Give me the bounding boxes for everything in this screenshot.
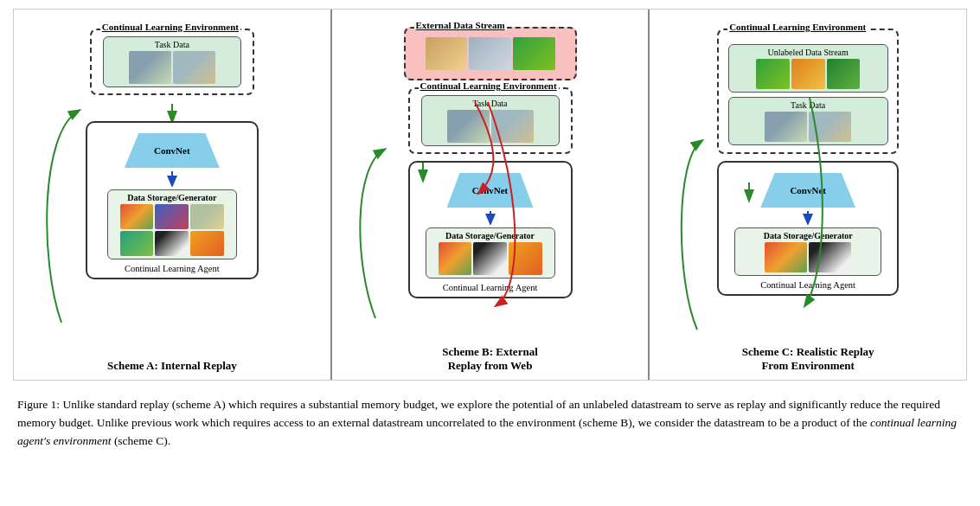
panel-a-wrapper: Continual Learning Environment Task Data xyxy=(22,20,322,355)
scheme-b-line2: Replay from Web xyxy=(448,359,533,372)
agent-box-c: ConvNet Data Storage/Generator xyxy=(717,161,899,296)
scheme-c-line2: From Environment xyxy=(761,359,855,372)
img-s3-a xyxy=(190,204,224,229)
img-bird2-c xyxy=(809,112,851,142)
agent-label-b: Continual Learning Agent xyxy=(443,283,538,292)
storage-label-a: Data Storage/Generator xyxy=(113,193,231,202)
convnet-arrow-b xyxy=(447,211,534,225)
unlabeled-box-c: Unlabeled Data Stream xyxy=(728,44,888,93)
env-label-b: Continual Learning Environment xyxy=(419,80,559,91)
img-fish-c xyxy=(791,59,825,89)
storage-box-a: Data Storage/Generator xyxy=(107,189,237,259)
img-s1-a xyxy=(120,204,154,229)
unlabeled-label-c: Unlabeled Data Stream xyxy=(734,48,882,57)
unlabeled-images-c xyxy=(756,59,860,89)
task-data-a: Task Data xyxy=(103,36,241,87)
storage-images-b xyxy=(439,242,542,275)
storage-box-b: Data Storage/Generator xyxy=(426,227,555,279)
task-data-label-c: Task Data xyxy=(734,100,882,110)
img-frog-b xyxy=(513,37,555,70)
task-images-c xyxy=(765,112,851,142)
caption-text-2: (scheme C). xyxy=(112,434,171,447)
env-box-c: Continual Learning Environment Unlabeled… xyxy=(717,29,899,154)
panel-a: Continual Learning Environment Task Data xyxy=(14,10,330,380)
img-s2-a xyxy=(155,204,189,229)
storage-images-a xyxy=(120,204,224,256)
storage-images-c xyxy=(765,242,851,272)
img-s2-b xyxy=(473,242,507,275)
img-s2-c xyxy=(809,242,851,272)
scheme-label-b: Scheme B: External Replay from Web xyxy=(442,342,537,373)
scheme-c-line1: Scheme C: Realistic Replay xyxy=(742,345,874,358)
figure-caption: Figure 1: Unlike standard replay (scheme… xyxy=(13,389,967,451)
env-box-b: Continual Learning Environment Task Data xyxy=(408,87,573,154)
scheme-label-a: Scheme A: Internal Replay xyxy=(107,355,237,373)
scheme-label-c: Scheme C: Realistic Replay From Environm… xyxy=(742,342,874,373)
panel-c-wrapper: Continual Learning Environment Unlabeled… xyxy=(658,20,958,342)
img-leaves-c xyxy=(827,59,861,89)
task-data-label-b: Task Data xyxy=(427,99,554,108)
convnet-arrow-a xyxy=(120,171,224,187)
external-stream-b: External Data Stream xyxy=(404,27,577,80)
agent-label-a: Continual Learning Agent xyxy=(125,264,220,273)
task-data-b: Task Data xyxy=(421,95,560,146)
img-s1-c xyxy=(765,242,807,272)
img-s1-b xyxy=(439,242,472,275)
convnet-arrow-c xyxy=(760,211,855,225)
convnet-b: ConvNet xyxy=(447,173,534,208)
env-label-a: Continual Learning Environment xyxy=(100,22,240,32)
task-images-b xyxy=(447,110,534,143)
img-s4-a xyxy=(120,231,154,256)
img-street-b xyxy=(469,37,511,70)
agent-box-b: ConvNet Data Storage/Generator xyxy=(408,161,573,298)
panel-b-wrapper: External Data Stream Continual Learning … xyxy=(341,20,640,342)
img-s3-b xyxy=(509,242,542,275)
env-label-c: Continual Learning Environment xyxy=(727,22,868,32)
arrows-a-top xyxy=(86,104,259,121)
storage-label-b: Data Storage/Generator xyxy=(432,231,549,240)
convnet-c: ConvNet xyxy=(760,173,855,208)
img-s5-a xyxy=(155,231,189,256)
scheme-b-line1: Scheme B: External xyxy=(442,345,537,358)
storage-box-c: Data Storage/Generator xyxy=(734,227,881,276)
agent-label-c: Continual Learning Agent xyxy=(760,280,855,290)
img-bird1-c xyxy=(765,112,807,142)
storage-label-c: Data Storage/Generator xyxy=(740,231,875,240)
img-frog-c xyxy=(756,59,790,89)
img-bird2-a xyxy=(173,51,215,84)
img-bird1-a xyxy=(129,51,171,84)
task-data-label-a: Task Data xyxy=(109,40,235,49)
img-bird2-b xyxy=(491,110,534,143)
agent-box-a: ConvNet Data Storage/Generator xyxy=(86,121,259,279)
img-bird1-b xyxy=(447,110,490,143)
img-s6-a xyxy=(190,231,224,256)
main-container: Continual Learning Environment Task Data xyxy=(0,0,980,459)
convnet-a: ConvNet xyxy=(125,133,220,168)
panel-b: External Data Stream Continual Learning … xyxy=(330,10,649,380)
task-data-c: Task Data xyxy=(728,97,888,145)
caption-text-1: Figure 1: Unlike standard replay (scheme… xyxy=(17,398,940,429)
external-label-b: External Data Stream xyxy=(414,20,507,30)
diagrams-row: Continual Learning Environment Task Data xyxy=(13,9,967,381)
env-box-a: Continual Learning Environment Task Data xyxy=(90,29,254,95)
external-images-b xyxy=(426,37,555,70)
task-images-a xyxy=(129,51,215,84)
panel-c: Continual Learning Environment Unlabeled… xyxy=(648,10,966,380)
img-dog-b xyxy=(426,37,468,70)
arrow-area-a xyxy=(86,104,259,121)
